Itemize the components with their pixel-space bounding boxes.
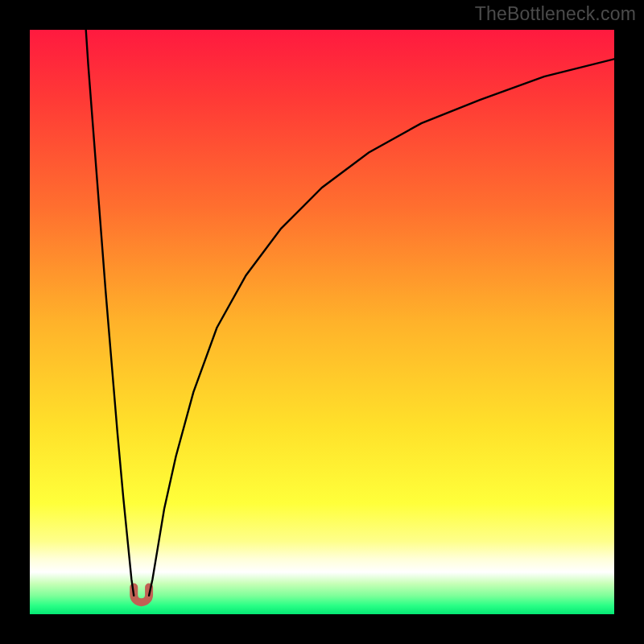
outer-frame: TheBottleneck.com bbox=[0, 0, 644, 644]
gradient-background bbox=[30, 30, 614, 614]
bottleneck-chart bbox=[30, 30, 614, 614]
watermark-text: TheBottleneck.com bbox=[475, 3, 636, 25]
